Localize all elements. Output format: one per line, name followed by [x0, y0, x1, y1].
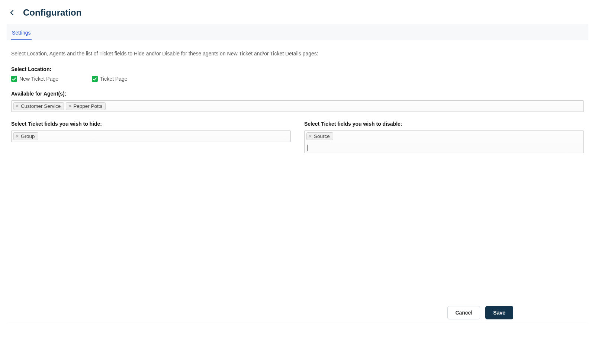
close-icon[interactable]: ✕: [16, 104, 19, 108]
close-icon[interactable]: ✕: [68, 104, 71, 108]
checkbox-new-ticket-page[interactable]: New Ticket Page: [11, 76, 58, 82]
cancel-button[interactable]: Cancel: [447, 306, 480, 319]
hide-fields-label: Select Ticket fields you wish to hide:: [11, 121, 291, 127]
tag-customer-service: ✕ Customer Service: [13, 102, 64, 110]
save-button[interactable]: Save: [485, 306, 513, 319]
tab-settings[interactable]: Settings: [11, 25, 32, 40]
tag-label: Customer Service: [21, 103, 61, 109]
tag-source: ✕ Source: [306, 132, 333, 140]
disable-fields-label: Select Ticket fields you wish to disable…: [304, 121, 584, 127]
footer-actions: Cancel Save: [447, 306, 513, 319]
text-caret: [307, 145, 308, 151]
content-area: Select Location, Agents and the list of …: [7, 40, 588, 153]
close-icon[interactable]: ✕: [309, 134, 312, 138]
instruction-text: Select Location, Agents and the list of …: [11, 51, 584, 57]
checkbox-ticket-page[interactable]: Ticket Page: [92, 76, 127, 82]
check-icon: [11, 76, 17, 82]
check-icon: [92, 76, 98, 82]
disable-fields-tag-input[interactable]: ✕ Source: [304, 131, 584, 153]
footer-divider: [7, 323, 588, 323]
tag-group: ✕ Group: [13, 132, 38, 140]
checkbox-label: New Ticket Page: [19, 76, 58, 82]
tag-label: Group: [21, 133, 35, 139]
location-checkbox-row: New Ticket Page Ticket Page: [11, 76, 584, 82]
tag-label: Pepper Potts: [73, 103, 102, 109]
close-icon[interactable]: ✕: [16, 134, 19, 138]
hide-fields-tag-input[interactable]: ✕ Group: [11, 131, 291, 142]
page-title: Configuration: [23, 7, 81, 18]
agents-tag-input[interactable]: ✕ Customer Service ✕ Pepper Potts: [11, 100, 584, 112]
checkbox-label: Ticket Page: [100, 76, 127, 82]
tag-label: Source: [314, 133, 330, 139]
tag-pepper-potts: ✕ Pepper Potts: [66, 102, 106, 110]
tabs-bar: Settings: [7, 24, 588, 40]
back-button[interactable]: [9, 9, 16, 16]
chevron-left-icon: [10, 10, 15, 15]
available-agents-label: Available for Agent(s):: [11, 91, 584, 97]
page-header: Configuration: [7, 6, 588, 24]
select-location-label: Select Location:: [11, 66, 584, 72]
